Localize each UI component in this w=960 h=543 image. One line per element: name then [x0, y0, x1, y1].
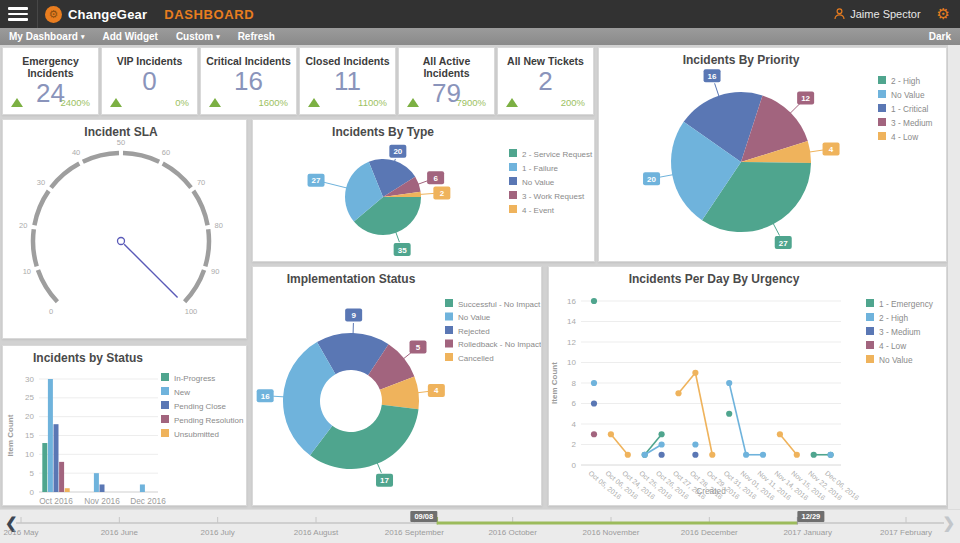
timeline-month-label: 2016 November — [583, 528, 640, 537]
kpi-card-critical-incidents[interactable]: Critical Incidents 16 1600% — [200, 47, 297, 115]
settings-gear-icon[interactable]: ⚙ — [937, 5, 950, 23]
svg-text:16: 16 — [261, 392, 270, 401]
custom-menu[interactable]: Custom ▾ — [176, 31, 220, 42]
point-2 - High-Oct 26, 2016[interactable] — [659, 441, 665, 447]
svg-text:New: New — [174, 388, 190, 397]
callout-line — [273, 396, 284, 397]
svg-text:0: 0 — [49, 307, 53, 316]
callout-line — [324, 182, 347, 188]
user-name: Jaime Spector — [850, 8, 920, 20]
svg-text:4: 4 — [434, 386, 439, 395]
callout-line — [809, 150, 823, 152]
point-2 - High-Oct 05, 2016[interactable] — [591, 380, 597, 386]
point-No Value-Oct 24, 2016[interactable] — [625, 452, 631, 458]
svg-text:30: 30 — [25, 375, 34, 384]
point-2 - High-Oct 31, 2016[interactable] — [726, 380, 732, 386]
svg-text:90: 90 — [211, 267, 219, 276]
series-line-2 - High — [729, 383, 746, 455]
svg-text:No Value: No Value — [891, 90, 925, 100]
kpi-card-vip-incidents[interactable]: VIP Incidents 0 0% — [101, 47, 198, 115]
gauge-arc — [193, 191, 207, 225]
svg-text:4 - Low: 4 - Low — [891, 132, 919, 142]
point-No Value-Oct 28, 2016[interactable] — [692, 370, 698, 376]
legend-item: 4 - Event — [509, 205, 555, 215]
pie-slice-Successful - No Impact[interactable] — [310, 405, 418, 469]
svg-text:1 - Failure: 1 - Failure — [522, 164, 559, 173]
trend-up-icon — [308, 98, 320, 107]
point-1 - Emergency-Oct 31, 2016[interactable] — [726, 411, 732, 417]
app-logo-gear-icon: ⚙ — [45, 6, 62, 23]
menu-icon[interactable] — [8, 7, 28, 21]
point-1 - Emergency-Nov 22, 2016[interactable] — [811, 452, 817, 458]
point-No Value-Oct 29, 2016[interactable] — [709, 452, 715, 458]
point-3 - Medium-Oct 26, 2016[interactable] — [659, 452, 665, 458]
svg-text:Oct 2016: Oct 2016 — [39, 496, 73, 506]
range-handle-end[interactable]: 12/29 — [797, 511, 824, 522]
point-4 - Low-Oct 05, 2016[interactable] — [591, 431, 597, 437]
legend-item: Cancelled — [445, 353, 494, 363]
point-2 - High-Nov 01, 2016[interactable] — [743, 452, 749, 458]
user-menu[interactable]: Jaime Spector — [834, 8, 920, 20]
legend-item: 1 - Emergency — [866, 299, 934, 309]
bar-New-Nov 2016[interactable] — [94, 473, 99, 492]
point-1 - Emergency-Oct 26, 2016[interactable] — [659, 431, 665, 437]
timeline-slider[interactable]: 2016 May2016 June2016 July2016 August201… — [0, 510, 960, 543]
bar-New-Oct 2016[interactable] — [48, 379, 53, 492]
kpi-card-closed-incidents[interactable]: Closed Incidents 11 1100% — [299, 47, 396, 115]
svg-text:09/08: 09/08 — [414, 512, 433, 521]
svg-text:16: 16 — [708, 72, 717, 81]
svg-text:Cancelled: Cancelled — [458, 354, 494, 363]
bar-Pending Close-Nov 2016[interactable] — [100, 484, 105, 492]
add-widget-button[interactable]: Add Widget — [102, 31, 157, 42]
my-dashboard-menu[interactable]: My Dashboard ▾ — [9, 31, 84, 42]
svg-text:Rolledback - No Impact: Rolledback - No Impact — [458, 340, 541, 349]
gauge-arc — [33, 229, 37, 266]
trend-up-icon — [11, 98, 23, 107]
svg-text:1 - Emergency: 1 - Emergency — [879, 299, 934, 309]
point-3 - Medium-Oct 28, 2016[interactable] — [692, 452, 698, 458]
point-No Value-Nov 14, 2016[interactable] — [777, 431, 783, 437]
bar-Unsubmitted-Oct 2016[interactable] — [65, 488, 70, 492]
timeline-month-label: 2016 September — [385, 528, 444, 537]
bar-In-Progress-Oct 2016[interactable] — [42, 443, 47, 492]
timeline-month-label: 2016 October — [488, 528, 537, 537]
svg-text:80: 80 — [215, 221, 223, 230]
bar-Pending Close-Oct 2016[interactable] — [54, 424, 59, 492]
point-2 - High-Dec 06, 2016[interactable] — [828, 452, 834, 458]
chart-title: Incidents By Priority — [599, 53, 883, 67]
timeline-month-label: 2016 December — [681, 528, 738, 537]
dark-theme-toggle[interactable]: Dark — [929, 31, 951, 42]
timeline-month-label: 2017 February — [880, 528, 932, 537]
refresh-button[interactable]: Refresh — [238, 31, 275, 42]
point-2 - High-Nov 11, 2016[interactable] — [760, 452, 766, 458]
legend-item: No Value — [878, 90, 925, 100]
point-2 - High-Oct 28, 2016[interactable] — [692, 441, 698, 447]
svg-text:60: 60 — [162, 148, 170, 157]
legend-item: No Value — [445, 313, 491, 323]
kpi-change: 7900% — [456, 97, 486, 108]
kpi-change: 200% — [561, 97, 585, 108]
point-No Value-Oct 06, 2016[interactable] — [608, 431, 614, 437]
svg-text:Nov 2016: Nov 2016 — [84, 496, 120, 506]
bar-Pending Resolution-Oct 2016[interactable] — [59, 462, 64, 492]
callout-line — [420, 193, 434, 194]
page-title: DASHBOARD — [164, 7, 254, 22]
kpi-value: 2 — [498, 68, 593, 95]
kpi-card-emergency-incidents[interactable]: Emergency Incidents 24 2400% — [2, 47, 99, 115]
implementation-status-chart: 9541716Successful - No ImpactNo ValueRej… — [253, 285, 541, 505]
kpi-card-all-new-tickets[interactable]: All New Tickets 2 200% — [497, 47, 594, 115]
point-2 - High-Oct 25, 2016[interactable] — [642, 452, 648, 458]
svg-text:Created: Created — [696, 486, 726, 496]
point-3 - Medium-Oct 05, 2016[interactable] — [591, 400, 597, 406]
incidents-by-priority-chart: 1612427202 - HighNo Value1 - Critical3 -… — [599, 66, 946, 261]
kpi-card-all-active-incidents[interactable]: All Active Incidents 79 7900% — [398, 47, 495, 115]
svg-text:20: 20 — [19, 221, 27, 230]
range-handle-start[interactable]: 09/08 — [410, 511, 437, 522]
svg-text:8: 8 — [572, 379, 577, 388]
svg-text:15: 15 — [25, 431, 34, 440]
point-1 - Emergency-Oct 05, 2016[interactable] — [591, 298, 597, 304]
point-No Value-Nov 15, 2016[interactable] — [794, 452, 800, 458]
point-No Value-Oct 27, 2016[interactable] — [675, 390, 681, 396]
widget-incidents-by-priority: Incidents By Priority 1612427202 - HighN… — [598, 47, 947, 262]
bar-New-Dec 2016[interactable] — [140, 484, 145, 492]
